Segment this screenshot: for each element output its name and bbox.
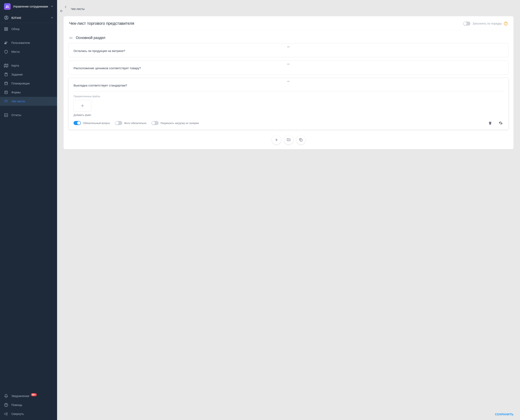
- plus-icon: [275, 138, 278, 142]
- nav-label: Планировщик: [11, 82, 30, 85]
- shield-icon: [4, 50, 8, 54]
- drag-handle-icon[interactable]: ═: [287, 80, 290, 83]
- back-button[interactable]: [64, 5, 68, 13]
- question-card[interactable]: ═ Расположение ценников соответствует то…: [69, 60, 509, 75]
- gallery-toggle[interactable]: [151, 121, 159, 125]
- chart-icon: [4, 113, 8, 117]
- main-content: Чек-листы Чек-лист торгового представите…: [57, 0, 520, 420]
- svg-point-29: [506, 24, 506, 24]
- question-card-expanded: ═ Выкладка соответствует стандартам? При…: [69, 78, 509, 130]
- add-file-caption: Добавить файл: [74, 114, 504, 117]
- nav-tasks[interactable]: Задания: [0, 70, 57, 79]
- nav-label: Уведомления: [11, 394, 29, 398]
- add-file-button[interactable]: [74, 100, 92, 112]
- nav-collapse[interactable]: Свернуть: [0, 409, 57, 418]
- folder-plus-icon: [287, 138, 291, 142]
- nav-label: Свернуть: [11, 412, 24, 416]
- nav-label: Формы: [11, 91, 21, 94]
- map-icon: [4, 64, 8, 68]
- svg-rect-9: [5, 73, 7, 76]
- svg-rect-5: [7, 30, 8, 31]
- help-icon[interactable]: [504, 22, 508, 26]
- required-label: Обязательный вопрос: [83, 122, 110, 125]
- svg-rect-4: [5, 30, 6, 31]
- delete-button[interactable]: [487, 120, 493, 126]
- fill-in-order-toggle[interactable]: [463, 22, 470, 26]
- nav-notifications[interactable]: Уведомления 99+: [0, 392, 57, 400]
- nav-users[interactable]: Пользователи: [0, 38, 57, 47]
- drag-handle-icon[interactable]: ═: [287, 62, 290, 66]
- app-title: Управление сотрудниками: [13, 5, 49, 8]
- required-toggle[interactable]: [74, 121, 81, 125]
- nav-label: Обзор: [11, 27, 20, 31]
- clipboard-icon: [4, 73, 8, 76]
- topbar: Чек-листы: [57, 0, 520, 16]
- copy-icon: [299, 138, 303, 142]
- collapse-icon: [4, 412, 8, 416]
- add-section-button[interactable]: [284, 135, 293, 144]
- user-name: B2Field: [11, 16, 49, 20]
- user-icon: [4, 15, 9, 20]
- nav-label: Помощь: [11, 403, 22, 407]
- photo-required-toggle[interactable]: [115, 121, 122, 125]
- question-card[interactable]: ═ Осталась ли продукция на витрине?: [69, 43, 509, 57]
- drag-handle-icon[interactable]: [69, 37, 73, 39]
- attachments-label: Прикрепленные файлы: [74, 95, 504, 98]
- app-logo: [4, 3, 11, 10]
- svg-rect-3: [7, 28, 8, 29]
- svg-rect-38: [300, 139, 302, 141]
- save-button[interactable]: СОХРАНИТЬ: [495, 413, 513, 416]
- nav-label: Отчеты: [11, 113, 21, 117]
- bell-icon: [4, 394, 8, 398]
- nav-label: Чек-листы: [11, 100, 25, 103]
- dashboard-icon: [4, 27, 8, 31]
- chevron-down-icon: [51, 17, 53, 18]
- duplicate-button[interactable]: [296, 135, 305, 144]
- nav-label: Задания: [11, 73, 23, 76]
- nav-reports[interactable]: Отчеты: [0, 111, 57, 120]
- checklist-icon: [4, 99, 8, 103]
- calendar-icon: [4, 81, 8, 85]
- nav-help[interactable]: Помощь: [0, 400, 57, 409]
- add-question-button[interactable]: [272, 135, 281, 144]
- checklist-title: Чек-лист торгового представителя: [69, 21, 463, 26]
- nav-checklists[interactable]: Чек-листы: [0, 97, 57, 106]
- svg-point-22: [6, 406, 6, 406]
- gallery-label: Разрешить загрузку из галереи: [161, 122, 199, 125]
- help-icon: [4, 403, 8, 407]
- nav-label: Места: [11, 50, 20, 53]
- settings-button[interactable]: [498, 120, 504, 126]
- drag-handle-icon[interactable]: ═: [287, 45, 290, 49]
- chevron-down-icon: [51, 6, 53, 7]
- note-icon: [4, 90, 8, 94]
- checklist-card: Чек-лист торгового представителя Заполня…: [64, 16, 513, 149]
- photo-required-label: Фото обязательно: [124, 122, 146, 125]
- svg-rect-2: [5, 28, 6, 29]
- question-text[interactable]: Выкладка соответствует стандартам?: [74, 84, 504, 87]
- nav-label: Карта: [11, 64, 19, 67]
- question-text: Расположение ценников соответствует това…: [74, 66, 504, 70]
- app-switcher[interactable]: Управление сотрудниками: [0, 0, 57, 13]
- nav-planner[interactable]: Планировщик: [0, 79, 57, 88]
- nav-places[interactable]: Места: [0, 47, 57, 56]
- user-switcher[interactable]: B2Field: [0, 13, 57, 23]
- plus-icon: [80, 103, 85, 108]
- card-header: Чек-лист торгового представителя Заполня…: [64, 16, 513, 30]
- svg-point-1: [6, 17, 7, 18]
- sidebar: Управление сотрудниками B2Field Обзор По…: [0, 0, 57, 420]
- notification-badge: 99+: [31, 393, 37, 396]
- nav-label: Пользователи: [11, 41, 30, 45]
- svg-rect-10: [5, 82, 7, 85]
- section-title: Основной раздел: [76, 36, 105, 40]
- breadcrumb: Чек-листы: [71, 7, 84, 11]
- question-text: Осталась ли продукция на витрине?: [74, 49, 504, 52]
- users-icon: [4, 41, 8, 45]
- section-header: Основной раздел: [64, 30, 513, 43]
- nav-forms[interactable]: Формы: [0, 88, 57, 97]
- nav-overview[interactable]: Обзор: [0, 25, 57, 33]
- footer: СОХРАНИТЬ: [57, 409, 520, 420]
- fill-in-order-label: Заполнять по порядку: [473, 22, 502, 25]
- nav-map[interactable]: Карта: [0, 61, 57, 70]
- people-icon: [6, 5, 9, 8]
- svg-marker-6: [4, 64, 8, 68]
